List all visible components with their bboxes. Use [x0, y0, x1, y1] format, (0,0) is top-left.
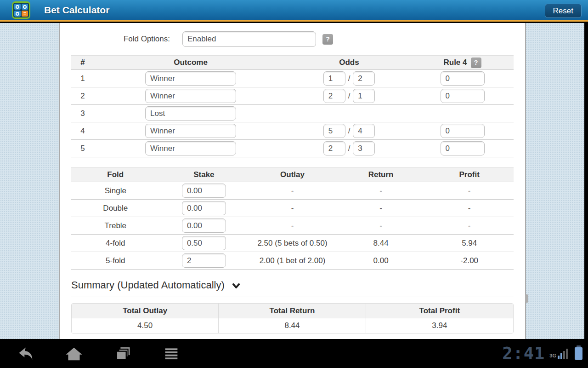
rule4-help-button[interactable]: ?: [471, 58, 481, 68]
outlay-value: -: [248, 221, 337, 230]
folds-table-header: Fold Stake Outlay Return Profit: [71, 167, 514, 182]
app-logo-icon: =: [12, 1, 30, 19]
odds-denominator-input-1[interactable]: [353, 71, 375, 86]
fold-row-double: Double - - -: [71, 200, 514, 217]
reset-button[interactable]: Reset: [545, 4, 582, 18]
page-title: Bet Calculator: [44, 5, 109, 16]
fold-label: Treble: [71, 221, 160, 230]
col-header-total-return: Total Return: [219, 304, 366, 318]
total-return-value: 8.44: [219, 318, 366, 333]
status-cluster[interactable]: 2:41 3G: [502, 345, 588, 362]
col-header-num: #: [71, 58, 94, 67]
signal-strength-icon: [557, 348, 568, 359]
row-number: 1: [71, 74, 94, 83]
clock: 2:41: [502, 345, 545, 362]
odds-separator: /: [348, 92, 351, 101]
nav-buttons: [0, 345, 182, 363]
right-edge-scrollbar[interactable]: [584, 23, 588, 339]
rule4-input-4[interactable]: [441, 124, 485, 138]
stake-input-5fold[interactable]: [182, 253, 226, 268]
rule4-input-5[interactable]: [441, 141, 485, 155]
fold-options-label: Fold Options:: [71, 34, 170, 44]
row-number: 5: [71, 144, 94, 153]
chevron-down-icon[interactable]: [232, 283, 240, 289]
return-value: -: [337, 221, 425, 230]
col-header-outcome: Outcome: [94, 58, 287, 67]
network-status: 3G: [549, 348, 568, 359]
logo-tile-chip2-icon: [14, 11, 21, 17]
summary-heading: Summary (Updated Automatically): [71, 279, 225, 291]
selection-row-3: 3: [71, 105, 514, 122]
col-header-stake: Stake: [160, 170, 249, 179]
selection-row-4: 4 /: [71, 122, 514, 140]
logo-tile-equals-icon: =: [22, 11, 28, 17]
logo-tile-hand-icon: [22, 4, 28, 10]
fold-label: 4-fold: [71, 239, 160, 248]
col-header-profit: Profit: [425, 170, 514, 179]
col-header-total-profit: Total Profit: [366, 304, 513, 318]
outcome-input-1[interactable]: [145, 71, 236, 86]
selection-row-2: 2 /: [71, 87, 514, 105]
odds-denominator-input-2[interactable]: [353, 89, 375, 103]
summary-divider: [71, 297, 514, 297]
selections-table: # Outcome Odds Rule 4 ? 1 / 2: [71, 55, 514, 157]
fold-label: 5-fold: [71, 256, 160, 265]
col-header-total-outlay: Total Outlay: [72, 304, 219, 318]
fold-row-treble: Treble - - -: [71, 217, 514, 235]
col-header-rule4: Rule 4 ?: [411, 58, 514, 68]
fold-options-row: Fold Options: ?: [71, 31, 514, 47]
folds-table: Fold Stake Outlay Return Profit Single -…: [71, 167, 514, 270]
profit-value: -2.00: [425, 256, 514, 265]
rule4-input-2[interactable]: [441, 89, 485, 103]
home-icon: [65, 346, 83, 362]
stake-input-double[interactable]: [182, 201, 226, 215]
stake-input-4fold[interactable]: [182, 236, 226, 250]
return-value: -: [337, 186, 425, 196]
android-system-bar: 2:41 3G: [0, 339, 588, 368]
odds-separator: /: [348, 144, 351, 153]
outlay-value: 2.50 (5 bets of 0.50): [248, 239, 337, 248]
return-value: -: [337, 204, 425, 213]
menu-button[interactable]: [161, 345, 182, 363]
fold-label: Double: [71, 204, 160, 213]
main-panel: Fold Options: ? # Outcome Odds Rule 4 ? …: [59, 23, 526, 339]
stake-input-treble[interactable]: [182, 218, 226, 233]
profit-value: 5.94: [425, 239, 514, 248]
rule4-input-1[interactable]: [441, 71, 485, 86]
profit-value: -: [425, 204, 514, 213]
odds-numerator-input-1[interactable]: [323, 71, 345, 86]
stake-input-single[interactable]: [182, 184, 226, 198]
selections-table-header: # Outcome Odds Rule 4 ?: [71, 55, 514, 70]
battery-icon: [575, 347, 582, 360]
home-button[interactable]: [63, 345, 85, 363]
fold-label: Single: [71, 186, 160, 196]
scrollbar-thumb[interactable]: [525, 294, 528, 303]
fold-options-input[interactable]: [182, 31, 316, 47]
back-button[interactable]: [15, 345, 36, 363]
network-3g-label: 3G: [549, 353, 556, 358]
outcome-input-5[interactable]: [145, 141, 236, 155]
back-icon: [16, 346, 35, 362]
outcome-input-3[interactable]: [145, 106, 236, 121]
odds-separator: /: [348, 126, 351, 136]
odds-separator: /: [348, 74, 351, 83]
outlay-value: 2.00 (1 bet of 2.00): [248, 256, 337, 265]
return-value: 0.00: [337, 256, 425, 265]
rule4-label: Rule 4: [443, 58, 467, 67]
row-number: 4: [71, 126, 94, 136]
odds-denominator-input-4[interactable]: [353, 124, 375, 138]
odds-denominator-input-5[interactable]: [353, 141, 375, 155]
fold-row-single: Single - - -: [71, 182, 514, 200]
col-header-return: Return: [337, 170, 425, 179]
odds-numerator-input-4[interactable]: [323, 124, 345, 138]
totals-table: Total Outlay Total Return Total Profit 4…: [71, 303, 514, 334]
odds-numerator-input-2[interactable]: [323, 89, 345, 103]
totals-table-values: 4.50 8.44 3.94: [72, 318, 513, 333]
recent-apps-button[interactable]: [112, 345, 133, 363]
row-number: 2: [71, 92, 94, 101]
fold-options-help-button[interactable]: ?: [322, 34, 333, 45]
outcome-input-2[interactable]: [145, 89, 236, 103]
outcome-input-4[interactable]: [145, 124, 236, 138]
col-header-outlay: Outlay: [248, 170, 337, 179]
odds-numerator-input-5[interactable]: [323, 141, 345, 155]
